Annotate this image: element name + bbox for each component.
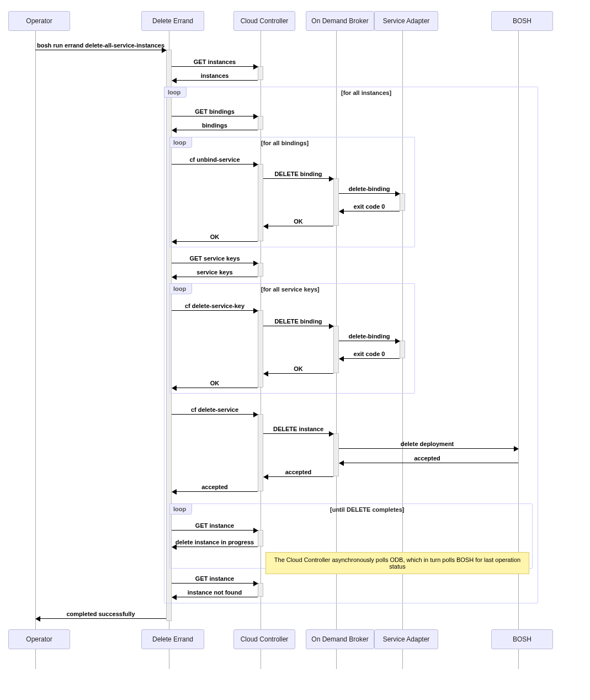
loop-label: loop bbox=[169, 137, 192, 148]
arrowhead-icon bbox=[329, 324, 334, 329]
arrowhead-icon bbox=[162, 47, 167, 53]
arrowhead-icon bbox=[253, 308, 258, 314]
arrow bbox=[173, 130, 258, 130]
arrow bbox=[341, 358, 400, 359]
arrowhead-icon bbox=[253, 581, 258, 586]
loop-cond-bindings: [for all bindings] bbox=[261, 140, 309, 146]
loop-cond-delete: [until DELETE completes] bbox=[330, 506, 404, 513]
arrowhead-icon bbox=[172, 78, 177, 83]
arrow bbox=[173, 491, 258, 492]
actor-cc-top: Cloud Controller bbox=[233, 11, 295, 31]
arrow bbox=[172, 263, 256, 263]
arrowhead-icon bbox=[253, 528, 258, 533]
arrow bbox=[37, 618, 166, 619]
arrowhead-icon bbox=[253, 261, 258, 266]
actor-errand-bottom: Delete Errand bbox=[141, 629, 204, 649]
loop-bindings: loop [for all bindings] bbox=[169, 137, 415, 247]
msg-run-errand: bosh run errand delete-all-service-insta… bbox=[35, 42, 166, 49]
msg-ok-1b: OK bbox=[172, 234, 258, 240]
msg-ok-1a: OK bbox=[263, 218, 333, 225]
msg-cf-unbind: cf unbind-service bbox=[172, 156, 258, 163]
note-polling: The Cloud Controller asynchronously poll… bbox=[265, 552, 529, 574]
msg-del-binding-1: DELETE binding bbox=[263, 171, 333, 177]
arrow bbox=[263, 433, 332, 434]
loop-label: loop bbox=[169, 503, 192, 515]
arrow bbox=[341, 211, 400, 211]
loop-cond-keys: [for all service keys] bbox=[261, 286, 320, 293]
msg-exit0-1: exit code 0 bbox=[339, 203, 400, 210]
actor-sa-top: Service Adapter bbox=[374, 11, 438, 31]
arrowhead-icon bbox=[395, 338, 400, 344]
arrow bbox=[173, 547, 258, 547]
arrowhead-icon bbox=[339, 460, 344, 466]
arrow bbox=[173, 241, 258, 242]
loop-label: loop bbox=[164, 87, 187, 98]
arrowhead-icon bbox=[172, 274, 177, 280]
arrowhead-icon bbox=[172, 595, 177, 600]
arrow bbox=[172, 310, 256, 311]
arrowhead-icon bbox=[395, 191, 400, 197]
arrowhead-icon bbox=[329, 431, 334, 437]
msg-cf-delkey: cf delete-service-key bbox=[172, 303, 258, 309]
msg-ok-2b: OK bbox=[172, 380, 258, 386]
arrow bbox=[172, 116, 256, 116]
arrow bbox=[173, 597, 258, 597]
actor-errand-top: Delete Errand bbox=[141, 11, 204, 31]
arrow bbox=[265, 476, 333, 477]
msg-get-keys: GET service keys bbox=[172, 255, 258, 262]
loop-label: loop bbox=[169, 283, 192, 294]
msg-cf-delsvc: cf delete-service bbox=[172, 406, 258, 413]
msg-delete-binding-1: delete-binding bbox=[339, 185, 400, 192]
arrow bbox=[339, 448, 517, 449]
msg-get-instances: GET instances bbox=[172, 59, 258, 65]
arrow bbox=[172, 583, 256, 584]
arrowhead-icon bbox=[172, 489, 177, 495]
msg-del-binding-2: DELETE binding bbox=[263, 318, 333, 325]
arrowhead-icon bbox=[263, 224, 268, 229]
arrow bbox=[172, 164, 256, 165]
arrowhead-icon bbox=[172, 544, 177, 550]
msg-del-instance: DELETE instance bbox=[263, 426, 333, 432]
arrow bbox=[173, 80, 258, 81]
msg-accepted-b: accepted bbox=[263, 469, 333, 475]
actor-bosh-top: BOSH bbox=[491, 11, 553, 31]
arrow bbox=[265, 226, 333, 226]
msg-accepted-a: accepted bbox=[339, 455, 515, 462]
arrowhead-icon bbox=[253, 412, 258, 417]
arrow bbox=[341, 463, 518, 463]
arrowhead-icon bbox=[263, 371, 268, 376]
lifeline-operator bbox=[35, 31, 36, 669]
msg-get-bindings: GET bindings bbox=[172, 108, 258, 115]
arrowhead-icon bbox=[339, 356, 344, 362]
actor-operator-top: Operator bbox=[8, 11, 70, 31]
arrowhead-icon bbox=[253, 64, 258, 70]
msg-delete-binding-2: delete-binding bbox=[339, 333, 400, 340]
msg-get-instance: GET instance bbox=[172, 522, 258, 529]
arrow bbox=[173, 277, 258, 277]
actor-sa-bottom: Service Adapter bbox=[374, 629, 438, 649]
arrowhead-icon bbox=[329, 176, 334, 182]
arrowhead-icon bbox=[253, 114, 258, 119]
arrowhead-icon bbox=[35, 616, 40, 622]
msg-del-prog: delete instance in progress bbox=[172, 539, 258, 545]
arrow bbox=[265, 373, 333, 374]
sequence-diagram: Operator Delete Errand Cloud Controller … bbox=[0, 0, 590, 700]
arrowhead-icon bbox=[172, 239, 177, 245]
arrow bbox=[339, 341, 398, 341]
actor-operator-bottom: Operator bbox=[8, 629, 70, 649]
arrowhead-icon bbox=[339, 209, 344, 214]
msg-not-found: instance not found bbox=[172, 589, 258, 596]
msg-exit0-2: exit code 0 bbox=[339, 351, 400, 357]
arrowhead-icon bbox=[172, 128, 177, 133]
arrow bbox=[172, 66, 256, 67]
arrowhead-icon bbox=[263, 474, 268, 480]
loop-cond-instances: [for all instances] bbox=[341, 89, 391, 96]
arrow bbox=[263, 178, 332, 179]
arrowhead-icon bbox=[253, 162, 258, 167]
arrow bbox=[339, 193, 398, 194]
activation bbox=[258, 66, 263, 80]
msg-bindings: bindings bbox=[172, 122, 258, 129]
actor-bosh-bottom: BOSH bbox=[491, 629, 553, 649]
actor-cc-bottom: Cloud Controller bbox=[233, 629, 295, 649]
arrow bbox=[173, 388, 258, 388]
